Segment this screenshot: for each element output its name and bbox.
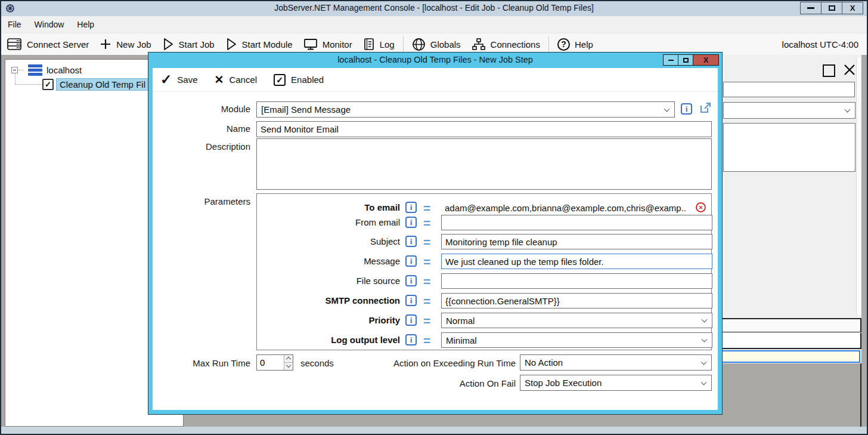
param-info-icon[interactable]: i [405, 275, 417, 286]
dialog-close-button[interactable]: X [693, 54, 719, 66]
description-textarea[interactable] [256, 138, 712, 190]
minimize-icon [668, 60, 674, 61]
save-button[interactable]: ✓ Save [160, 73, 197, 87]
edit-job-dropdown[interactable] [723, 102, 855, 119]
enabled-checkbox-group[interactable]: ✓ Enabled [274, 74, 324, 86]
tree-node-localhost-label[interactable]: localhost [46, 65, 82, 75]
param-equals-icon[interactable]: = [423, 202, 430, 214]
toolbar-label: Log [380, 39, 395, 50]
param-equals-icon[interactable]: = [423, 217, 430, 229]
param-equals-icon[interactable]: = [423, 275, 430, 288]
grid-row-selected[interactable] [719, 350, 860, 363]
new-job-step-dialog: localhost - Cleanup Old Temp Files - New… [148, 52, 723, 415]
module-select[interactable]: [Email] Send Message [256, 101, 675, 118]
toolbar-separator [548, 36, 549, 52]
play-icon [162, 38, 174, 51]
toolbar-button-connect-server[interactable]: Connect Server [1, 33, 94, 55]
edit-job-text-input[interactable] [723, 82, 855, 97]
globe-icon [412, 38, 426, 51]
max-run-time-label: Max Run Time [153, 358, 250, 368]
vertical-scrollbar[interactable] [856, 57, 861, 315]
menu-file[interactable]: File [1, 20, 28, 29]
param-equals-icon[interactable]: = [423, 334, 430, 347]
save-label: Save [177, 75, 197, 85]
param-input[interactable] [441, 273, 712, 289]
module-info-icon[interactable]: i [681, 103, 692, 115]
tree-node-root[interactable]: localhost [11, 64, 82, 76]
param-info-icon[interactable]: i [405, 202, 417, 213]
param-equals-icon[interactable]: = [423, 295, 430, 307]
log-icon [363, 38, 375, 51]
plus-icon [100, 38, 111, 50]
minimize-icon [807, 7, 814, 9]
action-fail-select[interactable]: Stop Job Execution [520, 375, 712, 391]
server-icon-blue [28, 64, 42, 76]
toolbar-label: Monitor [323, 39, 352, 50]
minimize-button[interactable] [800, 2, 822, 14]
name-input[interactable] [256, 121, 712, 137]
cancel-label: Cancel [229, 75, 257, 85]
help-icon: ? [557, 38, 570, 51]
toolbar-label: New Job [116, 39, 151, 50]
maximize-icon [829, 5, 835, 11]
parameters-label: Parameters [153, 196, 250, 206]
edit-job-textarea[interactable] [723, 123, 855, 172]
dialog-maximize-button[interactable] [678, 54, 693, 66]
menu-window[interactable]: Window [28, 20, 71, 29]
tree-node-job-label[interactable]: Cleanup Old Temp Fil [57, 79, 148, 90]
max-run-time-stepper[interactable] [256, 354, 293, 371]
action-exceed-select[interactable]: No Action [520, 354, 712, 371]
module-open-external-icon[interactable] [699, 101, 712, 117]
param-info-icon[interactable]: i [405, 295, 417, 306]
param-input[interactable] [441, 293, 712, 308]
param-info-icon[interactable]: i [405, 217, 417, 228]
app-icon [5, 4, 15, 16]
stepper-down-button[interactable] [284, 362, 293, 370]
name-label: Name [153, 124, 250, 134]
tree-expander-icon[interactable] [11, 67, 18, 73]
grid-empty-area [718, 363, 861, 427]
cancel-button[interactable]: ✕ Cancel [214, 74, 257, 85]
param-select-value: Normal [446, 316, 475, 326]
dialog-title-bar: localhost - Cleanup Old Temp Files - New… [148, 53, 722, 68]
param-input[interactable] [441, 234, 712, 249]
maximize-button[interactable] [821, 2, 842, 14]
param-select[interactable]: Normal [441, 313, 712, 328]
param-select[interactable]: Minimal [441, 332, 712, 348]
child-close-icon[interactable] [843, 63, 856, 79]
param-input[interactable] [441, 254, 712, 269]
max-run-time-input[interactable] [257, 355, 284, 370]
save-check-icon: ✓ [160, 73, 172, 87]
param-info-icon[interactable]: i [405, 314, 417, 326]
main-window: JobServer.NET Management Console - [loca… [0, 0, 868, 435]
server-timezone-status: localhost UTC-4:00 [782, 39, 858, 50]
menu-bar: File Window Help [1, 16, 867, 33]
param-info-icon[interactable]: i [405, 255, 417, 267]
tree-node-job[interactable]: ✓ Cleanup Old Temp Fil [15, 79, 148, 90]
param-info-icon[interactable]: i [405, 236, 417, 247]
menu-help[interactable]: Help [70, 20, 101, 29]
window-title: JobServer.NET Management Console - [loca… [274, 3, 594, 13]
dialog-minimize-button[interactable] [663, 54, 678, 66]
toolbar-button-new-job[interactable]: New Job [94, 33, 156, 55]
param-label: SMTP connection [257, 295, 400, 306]
seconds-label: seconds [300, 358, 348, 368]
param-label: Subject [257, 236, 400, 246]
param-equals-icon[interactable]: = [423, 236, 430, 248]
param-select-value: Minimal [446, 335, 477, 345]
close-button[interactable]: X [842, 2, 863, 14]
status-strip [1, 427, 867, 434]
param-equals-icon[interactable]: = [423, 255, 430, 268]
toolbar-separator [403, 36, 404, 52]
grid-row[interactable] [718, 333, 861, 349]
close-icon: X [703, 56, 709, 64]
child-maximize-icon[interactable] [823, 64, 835, 77]
param-input[interactable] [441, 215, 712, 230]
stepper-up-button[interactable] [284, 355, 293, 362]
enabled-checkbox[interactable]: ✓ [274, 74, 286, 86]
param-remove-icon[interactable]: ✕ [696, 202, 706, 212]
dialog-content: ✓ Save ✕ Cancel ✓ Enabled Module [Email]… [153, 68, 718, 410]
job-enabled-checkbox[interactable]: ✓ [42, 79, 54, 90]
param-equals-icon[interactable]: = [423, 314, 430, 327]
param-info-icon[interactable]: i [405, 334, 417, 345]
